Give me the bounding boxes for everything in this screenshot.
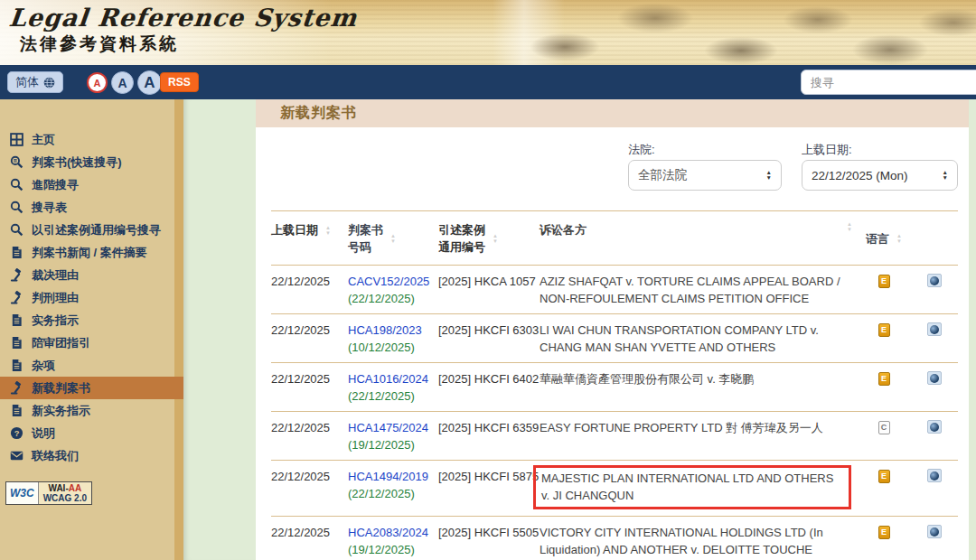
english-judgment-icon[interactable]: E (878, 470, 890, 483)
cell-upload-date: 22/12/2025 (271, 524, 348, 560)
gavel-icon (9, 291, 23, 305)
date-filter-value: 22/12/2025 (Mon) (812, 169, 908, 182)
page-title: 新载判案书 (280, 104, 357, 123)
cell-case-no: HCA2083/2024(19/12/2025) (348, 524, 438, 560)
parties-text: EASY FORTUNE PROPERTY LTD 對 傅芳瑋及另一人 (540, 419, 858, 436)
sort-icon[interactable]: ▲▼ (390, 233, 396, 244)
gavel-icon (9, 381, 23, 396)
case-number-link[interactable]: HCA1475/2024 (348, 419, 438, 436)
cell-citation: [2025] HKCFI 6303 (438, 322, 540, 356)
table-row: 22/12/2025HCA2083/2024(19/12/2025)[2025]… (271, 517, 958, 560)
sidebar-item-label: 以引述案例通用编号搜寻 (32, 222, 161, 238)
court-filter-label: 法院: (628, 142, 655, 158)
cell-actions (910, 419, 958, 453)
cell-case-no: CACV152/2025(22/12/2025) (348, 273, 438, 307)
sidebar-item-3[interactable]: 搜寻表 (0, 196, 183, 219)
parties-text-wrap: AZIZ SHAFQAT v. TORTURE CLAIMS APPEAL BO… (540, 273, 858, 307)
case-number-link[interactable]: HCA1494/2019 (348, 468, 438, 485)
doc-icon (9, 246, 23, 260)
date-filter-label: 上载日期: (802, 142, 852, 158)
cell-parties: AZIZ SHAFQAT v. TORTURE CLAIMS APPEAL BO… (540, 273, 858, 307)
court-filter-select[interactable]: 全部法院 ▲▼ (628, 160, 782, 191)
rss-button[interactable]: RSS (160, 72, 199, 92)
sidebar-item-label: 说明 (32, 425, 55, 441)
globe-doc-icon[interactable] (927, 322, 942, 336)
sidebar-item-13[interactable]: ?说明 (0, 422, 183, 444)
globe-doc-icon[interactable] (927, 274, 942, 287)
cell-actions (910, 524, 958, 560)
sidebar-item-1[interactable]: 判案书(快速搜寻) (0, 151, 183, 173)
english-judgment-icon[interactable]: E (878, 372, 890, 386)
parties-text-wrap: VICTORY CITY INTERNATIONAL HOLDINGS LTD … (540, 524, 858, 560)
parties-text: MAJESTIC PLAN INTERNATIONAL LTD AND OTHE… (541, 470, 843, 504)
cell-language: E (858, 524, 910, 560)
case-number-link[interactable]: HCA2083/2024 (348, 524, 438, 541)
doc-icon (9, 313, 23, 328)
case-number-link[interactable]: CACV152/2025 (348, 273, 438, 290)
sidebar-item-5[interactable]: 判案书新闻 / 案件摘要 (0, 241, 183, 264)
judgment-date: (19/12/2025) (348, 436, 438, 453)
english-judgment-icon[interactable]: E (878, 275, 890, 288)
sidebar-item-10[interactable]: 杂项 (0, 354, 183, 377)
date-filter-select[interactable]: 22/12/2025 (Mon) ▲▼ (802, 160, 958, 191)
court-filter-value: 全部法院 (638, 167, 687, 183)
sidebar-item-0[interactable]: 主页 (0, 128, 183, 151)
sidebar-item-11-active[interactable]: 新载判案书 (0, 377, 183, 399)
cell-parties: 華融華僑資產管理股份有限公司 v. 李晓鹏 (540, 370, 858, 405)
font-size-large-button[interactable]: A (137, 70, 162, 95)
globe-doc-icon[interactable] (927, 371, 942, 385)
parties-text: LI WAI CHUN TRANSPORTATION COMPANY LTD v… (540, 322, 858, 356)
header-language: 语言 ▲▼ (858, 221, 910, 256)
search-icon (9, 178, 23, 192)
cell-actions (910, 273, 958, 307)
sidebar-item-label: 裁决理由 (32, 267, 79, 283)
globe-icon (43, 77, 55, 89)
sidebar-item-label: 判案书新闻 / 案件摘要 (32, 245, 147, 260)
english-judgment-icon[interactable]: E (878, 323, 890, 337)
select-arrows-icon: ▲▼ (943, 170, 948, 182)
sidebar-item-2[interactable]: 進階搜寻 (0, 173, 183, 196)
font-size-medium-button[interactable]: A (111, 71, 134, 94)
sidebar-item-6[interactable]: 裁决理由 (0, 264, 183, 286)
sidebar-item-label: 搜寻表 (32, 200, 67, 215)
case-number-link[interactable]: HCA198/2023 (348, 322, 438, 339)
wcag-text: WAI-AA WCAG 2.0 (39, 482, 91, 504)
sort-icon[interactable]: ▲▼ (896, 233, 902, 244)
sidebar-item-4[interactable]: 以引述案例通用编号搜寻 (0, 219, 183, 241)
judgment-date: (19/12/2025) (348, 541, 438, 558)
parties-text-wrap: LI WAI CHUN TRANSPORTATION COMPANY LTD v… (540, 322, 858, 356)
cell-upload-date: 22/12/2025 (271, 468, 348, 509)
question-icon: ? (9, 426, 23, 441)
search-input[interactable] (801, 70, 976, 95)
page: Legal Reference System 法律參考資料系統 简体 A A A… (0, 0, 976, 560)
left-gutter (183, 99, 256, 560)
sidebar-item-9[interactable]: 陪审团指引 (0, 331, 183, 354)
sort-icon[interactable]: ▲▼ (847, 221, 852, 256)
sort-icon[interactable]: ▲▼ (493, 233, 498, 244)
red-highlight-box: MAJESTIC PLAN INTERNATIONAL LTD AND OTHE… (533, 465, 851, 509)
language-toggle-button[interactable]: 简体 (7, 71, 63, 93)
english-judgment-icon[interactable]: E (878, 526, 890, 539)
sidebar-item-label: 杂项 (32, 358, 55, 373)
judgment-date: (22/12/2025) (348, 485, 438, 502)
globe-doc-icon[interactable] (927, 469, 942, 482)
sidebar-item-14[interactable]: 联络我们 (0, 444, 183, 467)
case-number-link[interactable]: HCA1016/2024 (348, 370, 438, 387)
header-actions (910, 221, 958, 256)
sidebar-item-8[interactable]: 实务指示 (0, 309, 183, 331)
globe-doc-icon[interactable] (927, 525, 942, 538)
toolbar: 简体 A A A RSS (0, 65, 976, 99)
font-size-small-button[interactable]: A (87, 72, 108, 93)
judgment-table: 上载日期▲▼ 判案书号码 ▲▼ 引述案例通用编号 ▲▼ 诉讼各方 ▲ (271, 210, 958, 560)
sidebar-item-label: 新实务指示 (32, 403, 90, 418)
sidebar-item-7[interactable]: 判刑理由 (0, 286, 183, 309)
sidebar-item-12[interactable]: 新实务指示 (0, 399, 183, 422)
wcag-badge[interactable]: W3C WAI-AA WCAG 2.0 (5, 481, 92, 505)
chinese-judgment-icon[interactable]: C (878, 421, 890, 434)
header-parties: 诉讼各方 ▲▼ (540, 221, 858, 256)
cell-citation: [2025] HKCFI 6402 (438, 370, 540, 405)
globe-doc-icon[interactable] (927, 420, 942, 434)
w3c-logo: W3C (6, 482, 39, 504)
sort-icon[interactable]: ▲▼ (325, 225, 331, 236)
cell-case-no: HCA1016/2024(22/12/2025) (348, 370, 438, 405)
